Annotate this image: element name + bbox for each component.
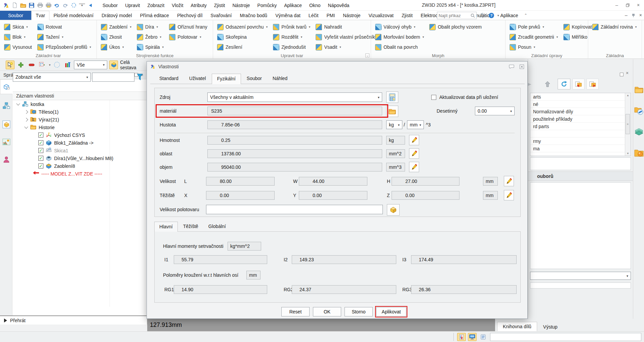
tree-item-teleso-1[interactable]: Těleso(1) — [13, 108, 147, 116]
new-file-icon[interactable] — [12, 2, 18, 8]
update-on-save-checkbox[interactable] — [431, 95, 436, 100]
aplikovat-button[interactable]: Aplikovat — [376, 307, 406, 316]
blok-button[interactable]: Blok▾ — [4, 32, 32, 42]
mass-field[interactable]: 0.25 — [207, 136, 382, 145]
tree-checkbox[interactable]: ✓ — [38, 156, 43, 161]
tree-checkbox[interactable]: ✓ — [38, 148, 43, 153]
toolbox-icon[interactable] — [457, 333, 466, 341]
command-search[interactable] — [437, 12, 477, 19]
library-folder-icon[interactable] — [634, 85, 644, 94]
tab-aplikace[interactable]: Aplikace — [496, 11, 522, 20]
vsadit-button[interactable]: Vsadit▾ — [316, 42, 377, 52]
tree-expander-icon[interactable] — [16, 102, 20, 105]
area-field[interactable]: 13736.00 — [207, 149, 382, 158]
ribbon-collapse-chevron-icon[interactable]: ⌃ — [522, 11, 529, 20]
selection-filter-combo[interactable]: Vše▾ — [74, 61, 107, 69]
library-close-icon[interactable]: × — [626, 70, 629, 76]
scroll-thumb[interactable]: ≡ — [626, 114, 630, 134]
print-icon[interactable] — [37, 2, 43, 8]
oriznuti-hrany-button[interactable]: Oříznutí hrany — [169, 22, 207, 32]
bottom-tab-knihovna-dilu[interactable]: Knihovna dílů — [497, 322, 537, 331]
density-field[interactable]: 7.85e-06 — [207, 120, 382, 129]
customize-toolbar-icon[interactable]: ▾ — [79, 4, 85, 7]
tree-item-skica1[interactable]: ✓Skica1 — [13, 147, 147, 154]
gyration-field-rg2[interactable]: 24.37 — [292, 285, 396, 294]
ok-button[interactable]: OK — [313, 307, 341, 316]
menu-pomucky[interactable]: Pomůcky — [254, 1, 281, 10]
assembly-scope-label[interactable]: Celá sestava — [120, 60, 145, 70]
zebro-button[interactable]: Žebro▾ — [137, 32, 164, 42]
reuse-library-icon[interactable] — [634, 106, 644, 116]
close-button[interactable]: × — [634, 1, 643, 9]
minimize-button[interactable]: – — [612, 1, 621, 9]
menu-upravit[interactable]: Upravit — [121, 1, 144, 10]
material-browse-button[interactable] — [386, 106, 398, 117]
stock-size-input-field[interactable] — [206, 205, 383, 214]
volume-field[interactable]: 95040.00 — [207, 163, 382, 172]
inertia-field-i2[interactable]: 149.23 — [292, 255, 396, 264]
tab-plechovy-dil[interactable]: Plechový díl — [173, 11, 206, 20]
menu-aplikace[interactable]: Aplikace — [280, 1, 306, 10]
pick-highlight-icon[interactable] — [6, 61, 14, 69]
meritko-button[interactable]: Měřítko — [563, 32, 592, 42]
export-folder-icon[interactable] — [572, 79, 585, 89]
model-tab-icon[interactable] — [0, 79, 12, 94]
pattern-select-caret-icon[interactable]: ▾ — [49, 63, 51, 67]
library-item-normalizovane-dily[interactable]: Normalizované díly — [530, 108, 631, 115]
command-search-input[interactable] — [439, 13, 471, 18]
show-filter-combo[interactable]: Zobrazit vše▾ — [13, 73, 91, 82]
volume-edit-button[interactable] — [409, 162, 419, 172]
gyration-field-rg3[interactable]: 26.36 — [411, 285, 517, 294]
regenerate-icon[interactable] — [71, 2, 77, 8]
vyresit-vlastni-prusecniky-button[interactable]: Vyřešit vlastní průsečníky — [316, 32, 377, 42]
size-h-field[interactable]: 27.00 — [392, 177, 459, 186]
assembly-tree-tab-icon[interactable] — [0, 98, 12, 113]
dialog-tab-nahled[interactable]: Náhled — [268, 74, 292, 84]
bottom-tab-vystup[interactable]: Výstup — [538, 322, 563, 331]
scroll-up-icon[interactable]: ▲ — [627, 94, 629, 97]
material-folder-icon[interactable] — [634, 148, 644, 157]
zrcadlit-geometrii-button[interactable]: Zrcadlit geometrii▾ — [510, 32, 558, 42]
tab-vymena-dat[interactable]: Výměna dat — [271, 11, 305, 20]
solid-view-tab-icon[interactable] — [0, 117, 12, 132]
library-item-ma[interactable]: ma — [530, 145, 631, 152]
menu-soubor[interactable]: Soubor — [99, 1, 121, 10]
stock-size-input[interactable] — [206, 205, 383, 214]
help-dropdown-caret-icon[interactable]: ▾ — [497, 14, 499, 17]
spirala-button[interactable]: Spirála▾ — [137, 42, 164, 52]
subtab-globalni[interactable]: Globální — [204, 222, 231, 232]
subtab-hlavni[interactable]: Hlavní — [154, 222, 178, 232]
tree-checkbox[interactable]: ✓ — [38, 132, 43, 138]
funnel-filter-icon[interactable] — [136, 73, 143, 81]
skorepina-button[interactable]: Skořepina — [217, 32, 268, 42]
library-float-icon[interactable] — [620, 73, 623, 76]
document-close-icon[interactable]: × — [639, 12, 642, 18]
menu-vlozit[interactable]: Vložit — [168, 1, 187, 10]
prunik-tvaru-button[interactable]: Průnik tvarů▾ — [273, 22, 310, 32]
zakladni-rovina-button[interactable]: Základní rovina▾ — [592, 22, 637, 32]
group-expander-icon[interactable]: ⌄ — [365, 53, 369, 58]
status-input-field[interactable] — [490, 333, 641, 341]
tree-item-vychozi-csys[interactable]: ✓YZXVýchozí CSYS — [13, 131, 147, 139]
tazeni-button[interactable]: Tažení▾ — [37, 32, 91, 42]
library-item-rmy[interactable]: rmy — [530, 138, 631, 145]
dialog-tab-standard[interactable]: Standard — [154, 74, 184, 84]
render-image-tab-icon[interactable] — [0, 135, 12, 149]
inertia-field-i1[interactable]: 55.79 — [174, 255, 267, 264]
mass-edit-button[interactable] — [409, 135, 419, 145]
pin-ribbon-icon[interactable] — [632, 13, 635, 17]
ribbon-minimize-icon[interactable]: – — [625, 12, 628, 18]
obalit-plochy-vzorem-button[interactable]: Obalit plochy vzorem — [429, 22, 482, 32]
centroid-edit-button[interactable] — [504, 190, 514, 200]
dialog-comment-icon[interactable] — [509, 65, 514, 69]
manager-search[interactable] — [92, 73, 134, 82]
redo-icon[interactable] — [62, 2, 68, 8]
dialog-close-icon[interactable] — [520, 65, 524, 69]
user-view-tab-icon[interactable] — [0, 152, 12, 167]
subtab-teziste[interactable]: Těžiště — [178, 222, 203, 232]
tree-item-historie[interactable]: Historie — [13, 123, 147, 131]
odsazeni-povrchu-button[interactable]: Odsazení povrchu▾ — [217, 22, 268, 32]
valcovy-ohyb-button[interactable]: Válcový ohyb▾ — [375, 22, 424, 32]
update-on-save-label[interactable]: Aktualizovat data při uložení — [439, 94, 498, 100]
save-icon[interactable] — [29, 2, 35, 8]
